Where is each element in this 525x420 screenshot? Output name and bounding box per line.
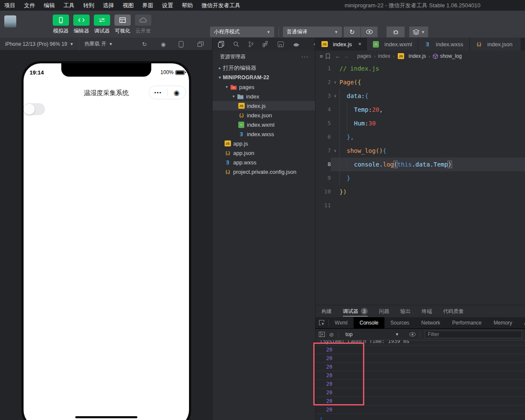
- outline-icon[interactable]: ≡: [320, 53, 323, 60]
- devtools-tab-Sources[interactable]: Sources: [384, 317, 415, 329]
- tree-item-app.wxss[interactable]: Ǝapp.wxss: [213, 158, 315, 167]
- context-select[interactable]: top▼: [345, 331, 399, 337]
- 模拟器-button[interactable]: 模拟器: [51, 15, 71, 35]
- tree-item-MINIPROGRAM-22[interactable]: ▾MINIPROGRAM-22: [213, 73, 315, 82]
- tea-icon[interactable]: [293, 42, 300, 47]
- menu-item-1[interactable]: 项目: [0, 0, 20, 11]
- indent-guide: [339, 130, 347, 144]
- bookmark-icon[interactable]: [326, 54, 330, 59]
- close-icon[interactable]: ×: [358, 41, 361, 47]
- devtools-tab-Network[interactable]: Network: [415, 317, 446, 329]
- tree-item-打开的编辑器[interactable]: ▸打开的编辑器: [213, 63, 315, 73]
- breadcrumb-index.js[interactable]: JSindex.js: [397, 53, 426, 59]
- 调试器-button[interactable]: 调试器: [92, 15, 112, 35]
- hot-reload-toggle[interactable]: 热重载 开▼: [79, 38, 118, 51]
- menu-item-7[interactable]: 视图: [118, 0, 138, 11]
- npm-icon[interactable]: [278, 42, 284, 47]
- menu-item-5[interactable]: 转到: [79, 0, 99, 11]
- console-prompt[interactable]: ›: [315, 414, 525, 420]
- tree-item-label: index.json: [247, 112, 272, 119]
- close-target-icon[interactable]: ◉: [168, 89, 186, 97]
- 编辑器-button[interactable]: 编辑器: [71, 15, 92, 35]
- menu-item-4[interactable]: 工具: [59, 0, 79, 11]
- device-frame-icon[interactable]: [179, 41, 186, 48]
- files-icon[interactable]: [218, 41, 224, 48]
- breadcrumb-pages[interactable]: pages: [357, 53, 372, 59]
- tab-index.js[interactable]: JSindex.js×: [315, 38, 367, 51]
- devtools-tab-Console[interactable]: Console: [354, 317, 384, 329]
- chevron-down-icon: ▼: [267, 30, 270, 34]
- panel-tab-调试器[interactable]: 调试器3: [343, 305, 368, 317]
- capsule-menu[interactable]: ••• ◉: [149, 86, 186, 99]
- devtools-tab-AppData[interactable]: AppData: [518, 317, 525, 329]
- tree-item-index.js[interactable]: JSindex.js: [213, 101, 315, 110]
- avatar[interactable]: [4, 15, 16, 27]
- back-icon[interactable]: ←: [335, 53, 341, 60]
- menu-item-11[interactable]: 微信开发者工具: [197, 0, 245, 11]
- phone-mockup: 19:14 100% 温湿度采集系统 ••• ◉: [21, 61, 191, 420]
- tree-item-project.private.config.json[interactable]: {..}project.private.config.json: [213, 167, 315, 176]
- chevron-down-icon: ▼: [395, 332, 399, 337]
- tree-item-pages[interactable]: ▾pages: [213, 82, 315, 92]
- show-sidebar-icon[interactable]: [319, 332, 325, 337]
- breadcrumb: pages›index›JSindex.js›show_log: [357, 53, 462, 59]
- tree-item-label: pages: [239, 84, 254, 90]
- fold-chevron-icon[interactable]: ∨: [331, 144, 339, 158]
- breadcrumb-bar: ≡ ← → pages›index›JSindex.js›show_log: [315, 51, 525, 62]
- panel-tab-终端[interactable]: 终端: [422, 305, 432, 317]
- detach-window-icon[interactable]: [198, 42, 204, 47]
- device-select[interactable]: iPhone 12/13 (Pro) 96% 19▼: [0, 38, 79, 51]
- tree-item-app.json[interactable]: {..}app.json: [213, 148, 315, 158]
- tab-index.wxss[interactable]: Ǝindex.wxss: [418, 38, 470, 51]
- line-body: Hum:30: [331, 116, 525, 130]
- menu-item-2[interactable]: 文件: [20, 0, 39, 11]
- js-file-icon: JS: [397, 53, 405, 59]
- clear-console-icon[interactable]: ⊘: [329, 331, 334, 338]
- tree-item-app.js[interactable]: JSapp.js: [213, 139, 315, 148]
- extensions-icon[interactable]: [263, 41, 269, 47]
- switch-control[interactable]: [24, 103, 45, 115]
- mode-select[interactable]: 小程序模式▼: [210, 27, 274, 37]
- menu-item-8[interactable]: 界面: [138, 0, 158, 11]
- inspect-element-icon[interactable]: [315, 320, 328, 326]
- folder-pages-file-icon: [230, 84, 237, 90]
- eye-icon[interactable]: [409, 332, 416, 337]
- record-icon[interactable]: ◉: [160, 41, 167, 48]
- devtools-tab-Performance[interactable]: Performance: [446, 317, 488, 329]
- 云开发-button[interactable]: 云开发: [133, 15, 153, 35]
- menu-item-9[interactable]: 设置: [158, 0, 177, 11]
- tree-item-index[interactable]: ▾index: [213, 92, 315, 101]
- devtools-tab-Memory[interactable]: Memory: [488, 317, 518, 329]
- panel-tab-输出[interactable]: 输出: [400, 305, 411, 317]
- more-dots-icon[interactable]: •••: [149, 90, 167, 95]
- panel-tab-问题[interactable]: 问题: [379, 305, 389, 317]
- tree-item-index.wxss[interactable]: Ǝindex.wxss: [213, 129, 315, 139]
- tree-item-index.wxml[interactable]: ‹›index.wxml: [213, 120, 315, 129]
- more-actions-icon[interactable]: ···: [301, 53, 309, 60]
- menu-item-3[interactable]: 编辑: [39, 0, 59, 11]
- 可视化-button[interactable]: 可视化: [112, 15, 133, 35]
- console-divider: [338, 331, 339, 338]
- fold-chevron-icon[interactable]: ∨: [331, 89, 339, 103]
- window-title: miniprogram-22 - 微信开发者工具 Stable 1.06.250…: [300, 0, 525, 11]
- source-control-icon[interactable]: [248, 41, 254, 48]
- tab-index.json[interactable]: {..}index.json: [470, 38, 521, 51]
- wxss-file-icon: Ǝ: [224, 159, 231, 166]
- devtools-tab-Wxml[interactable]: Wxml: [329, 317, 354, 329]
- menu-item-6[interactable]: 选择: [99, 0, 118, 11]
- breadcrumb-show_log[interactable]: show_log: [433, 53, 462, 59]
- tab-index.wxml[interactable]: ‹›index.wxml: [367, 38, 418, 51]
- panel-tab-代码质量[interactable]: 代码质量: [443, 305, 464, 317]
- code-editor[interactable]: 1// index.js2∨Page({3∨data:{4Temp:20,5Hu…: [315, 62, 525, 305]
- tree-item-index.json[interactable]: {..}index.json: [213, 110, 315, 120]
- search-icon[interactable]: [233, 41, 239, 47]
- filter-input[interactable]: [425, 331, 522, 338]
- rotate-icon[interactable]: ↻: [141, 41, 148, 48]
- phone-icon: [53, 15, 69, 26]
- forward-icon[interactable]: →: [343, 53, 349, 60]
- compile-select[interactable]: 普通编译▼: [283, 27, 342, 37]
- panel-tab-构建[interactable]: 构建: [321, 305, 332, 317]
- menu-item-10[interactable]: 帮助: [177, 0, 197, 11]
- fold-chevron-icon[interactable]: ∨: [331, 75, 339, 89]
- breadcrumb-index[interactable]: index: [378, 53, 390, 59]
